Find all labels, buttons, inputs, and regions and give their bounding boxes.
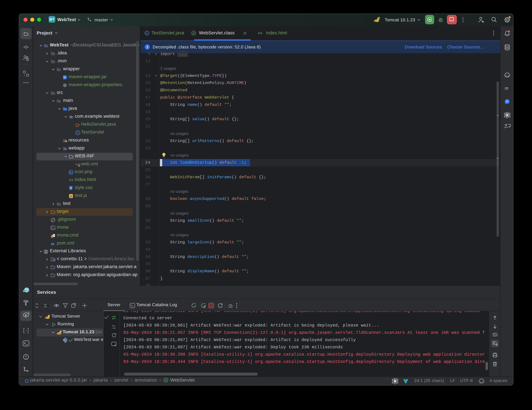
svg-text:C: C [77,131,79,134]
svg-text:<>: <> [69,178,73,182]
svg-text:<>: <> [258,31,262,35]
svg-text:?: ? [27,58,28,61]
svg-text:C: C [146,32,148,35]
svg-text:m: m [505,86,509,91]
svg-text:@: @ [164,379,167,382]
svg-text:m: m [51,242,55,246]
svg-text:@: @ [192,32,195,35]
svg-text:JS: JS [69,195,72,198]
svg-text:3: 3 [70,187,72,189]
